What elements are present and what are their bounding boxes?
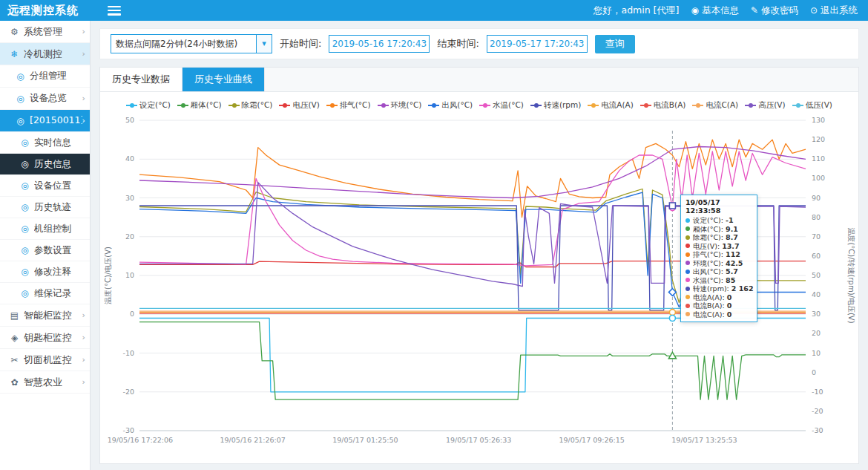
hamburger-menu-icon[interactable] — [108, 6, 121, 16]
legend-item-7[interactable]: 水温(°C) — [479, 100, 524, 111]
legend-item-4[interactable]: 排气(°C) — [326, 100, 371, 111]
chevron-right-icon: › — [82, 333, 85, 342]
dot-icon: ◎ — [19, 180, 30, 191]
topbar-link-user[interactable]: ◉基本信息 — [691, 4, 738, 17]
svg-text:60: 60 — [812, 252, 821, 260]
legend-item-9[interactable]: 电流A(A) — [588, 100, 634, 111]
svg-text:0: 0 — [812, 368, 816, 376]
sidebar-item-8[interactable]: ◎历史轨迹 — [0, 197, 90, 218]
sidebar-item-5[interactable]: ◎实时信息 — [0, 132, 90, 154]
legend-marker — [326, 105, 338, 106]
sidebar-item-4[interactable]: ◎[20150011]详情› — [0, 110, 90, 132]
interval-select[interactable]: 数据点间隔2分钟(24小时数据) ▾ — [111, 34, 272, 53]
sidebar-item-2[interactable]: ◎分组管理 — [0, 65, 90, 88]
svg-text:19/05/17 01:25:50: 19/05/17 01:25:50 — [332, 436, 398, 444]
legend-marker — [279, 105, 290, 106]
legend-item-11[interactable]: 电流C(A) — [692, 100, 738, 111]
sidebar-item-0[interactable]: ⚙系统管理› — [0, 21, 90, 43]
tab-1[interactable]: 历史专业曲线 — [183, 68, 265, 91]
topbar-link-power[interactable]: ⊙退出系统 — [810, 4, 858, 17]
topbar-link-edit[interactable]: ✎修改密码 — [751, 4, 798, 17]
sidebar-item-9[interactable]: ◎机组控制 — [0, 218, 90, 240]
svg-text:80: 80 — [812, 213, 821, 221]
sidebar-item-7[interactable]: ◎设备位置 — [0, 175, 90, 197]
sidebar-item-15[interactable]: ✂切面机监控› — [0, 349, 90, 371]
legend-marker — [126, 105, 137, 106]
tab-bar: 历史专业数据历史专业曲线 — [100, 68, 858, 92]
svg-text:120: 120 — [812, 135, 825, 143]
power-icon: ⊙ — [810, 5, 818, 16]
legend-item-1[interactable]: 厢体(°C) — [177, 100, 222, 111]
legend-marker — [530, 105, 542, 106]
start-time-input[interactable] — [329, 35, 430, 53]
topbar-links: ◉基本信息✎修改密码⊙退出系统 — [691, 4, 858, 17]
legend-marker — [378, 105, 389, 106]
query-button[interactable]: 查询 — [595, 35, 635, 53]
svg-text:40: 40 — [812, 290, 821, 298]
legend-item-3[interactable]: 电压(V) — [279, 100, 319, 111]
legend-item-0[interactable]: 设定(°C) — [126, 100, 171, 111]
legend-item-5[interactable]: 环境(°C) — [378, 100, 422, 111]
legend-item-8[interactable]: 转速(rpm) — [530, 100, 581, 111]
svg-text:-10: -10 — [812, 388, 823, 396]
app-window: 远程测控系统 您好，admin [代理] ◉基本信息✎修改密码⊙退出系统 ⚙系统… — [0, 0, 868, 470]
legend-item-6[interactable]: 出风(°C) — [428, 100, 473, 111]
dot-icon: ◎ — [15, 71, 26, 82]
svg-text:30: 30 — [812, 310, 821, 318]
topbar: 远程测控系统 您好，admin [代理] ◉基本信息✎修改密码⊙退出系统 — [0, 0, 868, 21]
end-time-input[interactable] — [487, 35, 588, 53]
chevron-right-icon: › — [82, 377, 85, 387]
svg-text:90: 90 — [812, 194, 821, 202]
dot-icon: ◎ — [19, 267, 30, 277]
legend-marker — [228, 105, 240, 106]
legend-marker — [479, 105, 490, 106]
svg-text:19/05/17 05:26:33: 19/05/17 05:26:33 — [446, 436, 511, 444]
history-curve-chart[interactable]: 50403020100-10-20-3013012011010090807060… — [101, 113, 858, 466]
sidebar-item-16[interactable]: ✿智慧农业› — [0, 371, 90, 394]
legend-marker — [745, 105, 756, 106]
app-title: 远程测控系统 — [0, 4, 97, 18]
svg-text:-30: -30 — [122, 426, 134, 434]
svg-text:40: 40 — [125, 154, 134, 163]
sidebar-item-3[interactable]: ◎设备总览› — [0, 88, 90, 110]
sidebar-item-6[interactable]: ◎历史信息 — [0, 154, 90, 175]
legend-item-13[interactable]: 低压(V) — [792, 100, 832, 111]
svg-text:110: 110 — [812, 154, 825, 163]
legend-marker — [640, 105, 651, 106]
legend-item-12[interactable]: 高压(V) — [745, 100, 785, 111]
dot-icon: ◎ — [19, 159, 30, 169]
start-time-label: 开始时间: — [280, 37, 321, 50]
dot-icon: ◎ — [19, 288, 30, 298]
sidebar-item-1[interactable]: ❄冷机测控› — [0, 43, 90, 65]
sidebar-item-12[interactable]: ◎维保记录 — [0, 283, 90, 304]
svg-text:-20: -20 — [812, 407, 823, 415]
history-panel: 历史专业数据历史专业曲线 设定(°C)厢体(°C)除霜(°C)电压(V)排气(°… — [99, 67, 859, 464]
dot-icon: ◎ — [15, 116, 26, 126]
chevron-right-icon: › — [82, 94, 85, 103]
legend-marker — [588, 105, 599, 106]
sidebar-item-13[interactable]: ▤智能柜监控› — [0, 304, 90, 327]
key-icon: ◈ — [9, 333, 20, 343]
sidebar-item-14[interactable]: ◈钥匙柜监控› — [0, 327, 90, 349]
interval-select-value: 数据点间隔2分钟(24小时数据) — [111, 38, 256, 50]
svg-text:温度(°C)/电压(V): 温度(°C)/电压(V) — [104, 247, 112, 304]
dot-icon: ◎ — [19, 245, 30, 255]
legend-item-2[interactable]: 除霜(°C) — [228, 100, 273, 111]
svg-text:100: 100 — [812, 174, 825, 182]
svg-text:50: 50 — [812, 271, 821, 279]
snowflake-icon: ❄ — [9, 49, 20, 59]
svg-text:30: 30 — [125, 194, 134, 202]
svg-text:-20: -20 — [122, 388, 134, 396]
svg-text:10: 10 — [125, 271, 134, 279]
svg-text:10: 10 — [812, 349, 821, 357]
sidebar-item-11[interactable]: ◎修改注释 — [0, 261, 90, 283]
legend-item-10[interactable]: 电流B(A) — [640, 100, 686, 111]
tab-0[interactable]: 历史专业数据 — [100, 68, 183, 91]
dot-icon: ◎ — [19, 202, 30, 212]
chevron-down-icon: ▾ — [256, 35, 272, 53]
sidebar: ⚙系统管理›❄冷机测控›◎分组管理◎设备总览›◎[20150011]详情›◎实时… — [0, 21, 91, 470]
sidebar-item-10[interactable]: ◎参数设置 — [0, 240, 90, 261]
chevron-right-icon: › — [82, 355, 85, 365]
svg-text:-10: -10 — [122, 349, 134, 357]
chevron-right-icon: › — [82, 27, 85, 36]
